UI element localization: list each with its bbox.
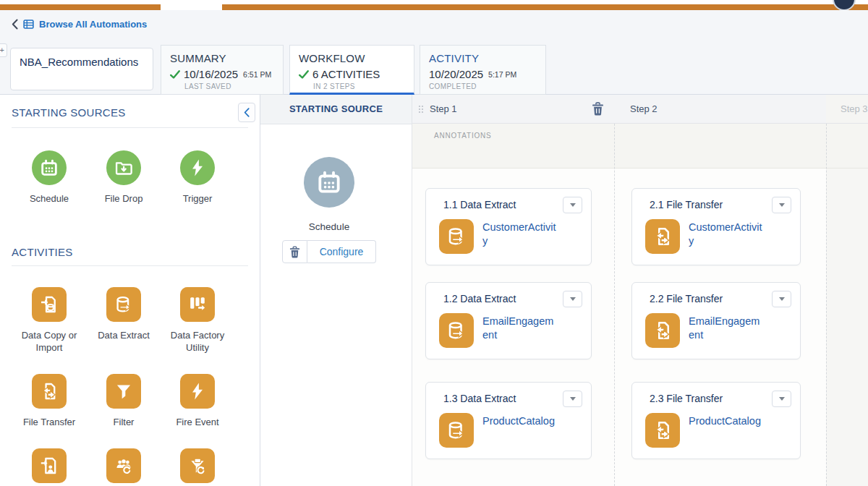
card-activity-name[interactable]: ProductCatalog: [689, 414, 765, 428]
filter-icon: [106, 374, 141, 409]
activity-label: Data Copy or Import: [12, 329, 87, 354]
starting-source-header: STARTING SOURCE: [260, 95, 412, 124]
activity-card[interactable]: 2.2 File Transfer EmailEngagement: [631, 282, 801, 359]
card-title: 2.1 File Transfer: [650, 199, 723, 210]
schedule-source-node[interactable]: [304, 157, 354, 208]
top-accent-bar: [0, 4, 868, 10]
activity-card[interactable]: 1.2 Data Extract EmailEngagement: [425, 282, 592, 359]
trigger-icon: [180, 150, 215, 185]
caret-down-icon: [779, 397, 785, 401]
divider: [12, 127, 248, 128]
card-title: 2.2 File Transfer: [650, 293, 723, 304]
activity-import-file[interactable]: [12, 448, 87, 483]
annotations-band[interactable]: ANNOTATIONS: [412, 124, 868, 169]
tab-summary[interactable]: SUMMARY 10/16/2025 6:51 PM LAST SAVED: [161, 45, 284, 95]
drag-handle-icon[interactable]: [418, 105, 424, 114]
activity-time: 5:17 PM: [488, 70, 516, 79]
sidebar: STARTING SOURCES Schedule File Drop Trig…: [0, 95, 260, 486]
configure-button[interactable]: Configure: [307, 240, 376, 263]
caret-down-icon: [570, 397, 576, 401]
trash-icon: [289, 246, 300, 258]
card-menu-button[interactable]: [772, 291, 791, 307]
activity-data-copy[interactable]: Data Copy or Import: [12, 287, 87, 354]
source-label: File Drop: [89, 192, 158, 205]
activity-label: Data Extract: [86, 329, 161, 341]
fire-event-icon: [180, 374, 215, 409]
source-label: Schedule: [14, 192, 84, 205]
check-icon: [170, 70, 180, 79]
add-tab-stub[interactable]: +: [0, 43, 7, 57]
card-activity-name[interactable]: ProductCatalog: [482, 414, 559, 428]
card-menu-button[interactable]: [563, 197, 582, 213]
activity-data-factory[interactable]: Data Factory Utility: [160, 287, 235, 354]
delete-source-button[interactable]: [282, 240, 307, 263]
card-activity-name[interactable]: CustomerActivity: [482, 221, 559, 248]
refresh-filter-icon: [180, 448, 215, 483]
activity-card[interactable]: 2.1 File Transfer CustomerActivity: [631, 188, 801, 265]
top-nav-active-tab[interactable]: [161, 0, 222, 10]
file-drop-icon: [106, 150, 141, 185]
data-extract-icon: [439, 413, 474, 448]
file-transfer-icon: [645, 219, 680, 254]
activity-fire-event[interactable]: Fire Event: [160, 374, 235, 428]
breadcrumb-label[interactable]: Browse All Automations: [39, 19, 147, 30]
step3-header[interactable]: Step 3: [826, 95, 868, 124]
tab-workflow[interactable]: WORKFLOW 6 ACTIVITIES IN 2 STEPS: [289, 45, 414, 95]
activity-label: Data Factory Utility: [160, 329, 235, 354]
activity-label: Fire Event: [160, 416, 235, 428]
column-separator: [614, 95, 615, 486]
schedule-icon: [32, 150, 67, 185]
source-file-drop[interactable]: File Drop: [89, 150, 158, 205]
summary-time: 6:51 PM: [243, 70, 271, 79]
card-activity-name[interactable]: EmailEngagement: [482, 315, 559, 342]
card-activity-name[interactable]: EmailEngagement: [689, 315, 765, 342]
caret-down-icon: [779, 203, 785, 207]
tab-workflow-title: WORKFLOW: [299, 52, 405, 64]
card-menu-button[interactable]: [563, 291, 582, 307]
activity-refresh-filter[interactable]: [160, 448, 235, 483]
file-transfer-icon: [32, 374, 67, 409]
starting-source-column: STARTING SOURCE Schedule Configure: [260, 95, 412, 486]
activity-label: File Transfer: [12, 416, 87, 428]
activity-filter[interactable]: Filter: [86, 374, 161, 428]
summary-date: 10/16/2025: [184, 68, 238, 80]
divider: [12, 265, 248, 266]
activities-heading: ACTIVITIES: [12, 246, 73, 258]
data-extract-icon: [439, 219, 474, 254]
source-trigger[interactable]: Trigger: [163, 150, 232, 205]
activity-card[interactable]: 1.1 Data Extract CustomerActivity: [425, 188, 592, 265]
automation-list-icon: [23, 19, 34, 30]
data-extract-icon: [106, 287, 141, 322]
data-extract-icon: [439, 313, 474, 348]
automation-name-input[interactable]: NBA_Recommendations: [10, 48, 153, 90]
step3-label: Step 3: [841, 103, 868, 114]
refresh-group-icon: [106, 448, 141, 483]
card-menu-button[interactable]: [772, 197, 791, 213]
sidebar-collapse-button[interactable]: [238, 103, 255, 122]
tab-activity[interactable]: ACTIVITY 10/20/2025 5:17 PM COMPLETED: [420, 45, 546, 95]
activity-file-transfer[interactable]: File Transfer: [12, 374, 87, 428]
caret-down-icon: [779, 297, 785, 301]
step2-label: Step 2: [630, 103, 658, 114]
activity-card[interactable]: 2.3 File Transfer ProductCatalog: [631, 382, 801, 459]
workflow-canvas: ANNOTATIONS Step 1 Step 2 Step 3 STARTIN…: [260, 95, 868, 486]
activity-data-extract[interactable]: Data Extract: [86, 287, 161, 341]
activity-refresh-group[interactable]: [86, 448, 161, 483]
card-menu-button[interactable]: [563, 391, 582, 407]
annotations-label: ANNOTATIONS: [434, 132, 492, 140]
card-title: 1.3 Data Extract: [443, 393, 516, 404]
delete-step-icon[interactable]: [592, 102, 604, 116]
card-activity-name[interactable]: CustomerActivity: [689, 221, 765, 248]
card-menu-button[interactable]: [772, 391, 791, 407]
import-file-icon: [32, 448, 67, 483]
file-transfer-icon: [645, 413, 680, 448]
source-schedule[interactable]: Schedule: [14, 150, 84, 205]
step1-header[interactable]: Step 1: [412, 95, 614, 124]
breadcrumb[interactable]: Browse All Automations: [12, 17, 147, 31]
tab-activity-title: ACTIVITY: [429, 52, 537, 64]
activity-card[interactable]: 1.3 Data Extract ProductCatalog: [425, 382, 592, 459]
step2-header[interactable]: Step 2: [614, 95, 826, 124]
activity-label: Filter: [86, 416, 161, 428]
card-title: 1.1 Data Extract: [443, 199, 516, 210]
back-chevron-icon: [12, 19, 18, 30]
